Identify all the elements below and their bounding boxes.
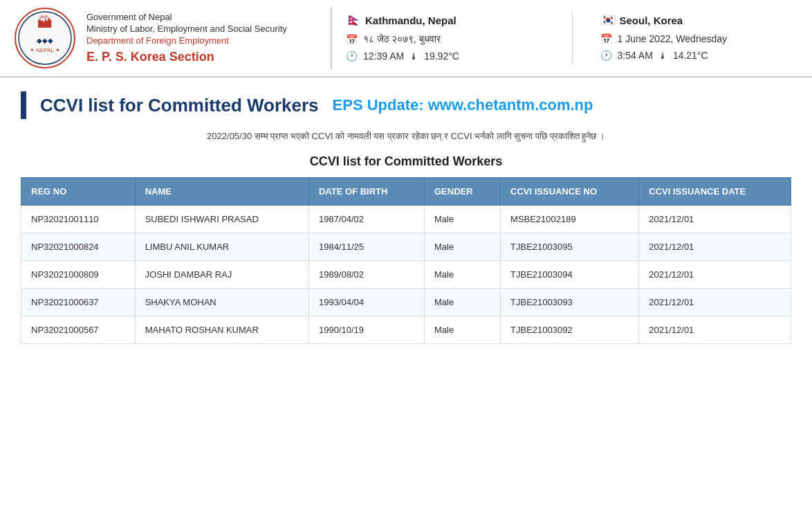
table-header-cell: NAME: [135, 177, 308, 205]
gov-line1: Government of Nepal: [86, 12, 287, 22]
eps-title: E. P. S. Korea Section: [86, 50, 287, 64]
table-cell: TJBE21003094: [501, 260, 639, 288]
table-row: NP32021000567MAHATO ROSHAN KUMAR1990/10/…: [21, 316, 791, 343]
clock-icon: 🕐: [346, 51, 358, 62]
seoul-city: Seoul, Korea: [620, 15, 683, 26]
org-text: Government of Nepal Ministry of Labor, E…: [86, 12, 287, 64]
vertical-divider: [572, 12, 573, 64]
nepal-flag-icon: 🇳🇵: [346, 12, 361, 28]
table-cell: TJBE21003092: [501, 316, 639, 343]
table-cell: 1987/04/02: [308, 205, 424, 233]
kathmandu-time-row: 🕐 12:39 AM 🌡 19.92°C: [346, 51, 544, 62]
table-cell: 2021/12/01: [639, 233, 791, 260]
subtitle-text: 2022/05/30 सम्म प्राप्त भएको CCVI को नाम…: [21, 129, 791, 144]
table-cell: 1990/10/19: [308, 316, 424, 343]
table-cell: TJBE21003093: [501, 288, 639, 316]
table-cell: 2021/12/01: [639, 205, 791, 233]
table-body: NP32021001110SUBEDI ISHWARI PRASAD1987/0…: [21, 205, 791, 343]
table-header-cell: REG NO: [21, 177, 136, 205]
table-header-cell: GENDER: [424, 177, 500, 205]
kathmandu-time: 12:39 AM: [363, 51, 404, 62]
korea-flag-icon: 🇰🇷: [600, 12, 616, 28]
kathmandu-title: 🇳🇵 Kathmandu, Nepal: [346, 12, 544, 28]
kathmandu-date-row: 📅 १८ जेठ २०७९, बुधवार: [346, 33, 544, 45]
kathmandu-col: 🇳🇵 Kathmandu, Nepal 📅 १८ जेठ २०७९, बुधवा…: [346, 12, 544, 64]
calendar-icon: 📅: [346, 34, 358, 45]
table-row: NP32021000637SHAKYA MOHAN1993/04/04MaleT…: [21, 288, 791, 316]
table-cell: MAHATO ROSHAN KUMAR: [135, 316, 308, 343]
seoul-temp: 14.21°C: [673, 50, 708, 61]
table-header: REG NONAMEDATE OF BIRTHGENDERCCVI ISSUAN…: [21, 177, 791, 205]
seoul-date-row: 📅 1 June 2022, Wednesday: [600, 33, 799, 44]
kathmandu-temp: 19.92°C: [424, 51, 459, 62]
eps-update-link[interactable]: EPS Update: www.chetantm.com.np: [333, 96, 593, 114]
clock-icon-2: 🕐: [600, 50, 612, 61]
table-row: NP32021001110SUBEDI ISHWARI PRASAD1987/0…: [21, 205, 791, 233]
table-cell: NP32021000637: [21, 288, 136, 316]
svg-text:◆◆◆: ◆◆◆: [37, 37, 53, 44]
kathmandu-city: Kathmandu, Nepal: [365, 15, 456, 26]
table-cell: 2021/12/01: [639, 316, 791, 343]
table-cell: Male: [424, 288, 500, 316]
svg-text:✦ NEPAL ✦: ✦ NEPAL ✦: [30, 47, 60, 53]
ccvi-table: REG NONAMEDATE OF BIRTHGENDERCCVI ISSUAN…: [21, 177, 791, 344]
table-cell: NP32021001110: [21, 205, 136, 233]
page-title: CCVI list for Committed Workers: [40, 95, 319, 116]
table-cell: Male: [424, 233, 500, 260]
svg-text:🏔: 🏔: [37, 14, 53, 31]
nepal-govt-logo: 🏔 ◆◆◆ ✦ NEPAL ✦: [14, 7, 76, 69]
gov-line2: Ministry of Labor, Employment and Social…: [86, 24, 287, 34]
table-header-row: REG NONAMEDATE OF BIRTHGENDERCCVI ISSUAN…: [21, 177, 791, 205]
calendar-icon-2: 📅: [600, 33, 612, 44]
table-cell: Male: [424, 205, 500, 233]
weather-section: 🇳🇵 Kathmandu, Nepal 📅 १८ जेठ २०७९, बुधवा…: [332, 7, 812, 69]
table-cell: Male: [424, 260, 500, 288]
table-cell: 1989/08/02: [308, 260, 424, 288]
table-cell: 1984/11/25: [308, 233, 424, 260]
table-cell: NP32021000567: [21, 316, 136, 343]
seoul-time: 3:54 AM: [618, 50, 653, 61]
table-cell: SHAKYA MOHAN: [135, 288, 308, 316]
table-header-cell: DATE OF BIRTH: [308, 177, 424, 205]
table-row: NP32021000824LIMBU ANIL KUMAR1984/11/25M…: [21, 233, 791, 260]
seoul-time-row: 🕐 3:54 AM 🌡 14.21°C: [600, 50, 799, 61]
table-header-cell: CCVI ISSUANCE DATE: [639, 177, 791, 205]
temp-icon-2: 🌡: [658, 51, 667, 61]
table-cell: 1993/04/04: [308, 288, 424, 316]
org-info-section: 🏔 ◆◆◆ ✦ NEPAL ✦ Government of Nepal Mini…: [0, 7, 332, 69]
temp-icon: 🌡: [409, 51, 418, 62]
seoul-col: 🇰🇷 Seoul, Korea 📅 1 June 2022, Wednesday…: [600, 12, 799, 64]
table-cell: NP32021000824: [21, 233, 136, 260]
table-cell: LIMBU ANIL KUMAR: [135, 233, 308, 260]
table-cell: MSBE21002189: [501, 205, 639, 233]
table-cell: JOSHI DAMBAR RAJ: [135, 260, 308, 288]
table-cell: 2021/12/01: [639, 288, 791, 316]
table-cell: Male: [424, 316, 500, 343]
page-header: 🏔 ◆◆◆ ✦ NEPAL ✦ Government of Nepal Mini…: [0, 0, 812, 78]
seoul-date: 1 June 2022, Wednesday: [618, 33, 728, 44]
title-row: CCVI list for Committed Workers EPS Upda…: [21, 91, 791, 119]
seoul-title: 🇰🇷 Seoul, Korea: [600, 12, 799, 28]
main-content: CCVI list for Committed Workers EPS Upda…: [0, 78, 812, 358]
table-header-cell: CCVI ISSUANCE NO: [501, 177, 639, 205]
table-cell: NP32021000809: [21, 260, 136, 288]
table-row: NP32021000809JOSHI DAMBAR RAJ1989/08/02M…: [21, 260, 791, 288]
gov-line3: Department of Foreign Employment: [86, 35, 287, 46]
kathmandu-date: १८ जेठ २०७९, बुधवार: [363, 33, 441, 45]
table-cell: SUBEDI ISHWARI PRASAD: [135, 205, 308, 233]
table-cell: TJBE21003095: [501, 233, 639, 260]
title-accent-bar: [21, 91, 26, 119]
table-title: CCVI list for Committed Workers: [21, 154, 791, 169]
table-cell: 2021/12/01: [639, 260, 791, 288]
